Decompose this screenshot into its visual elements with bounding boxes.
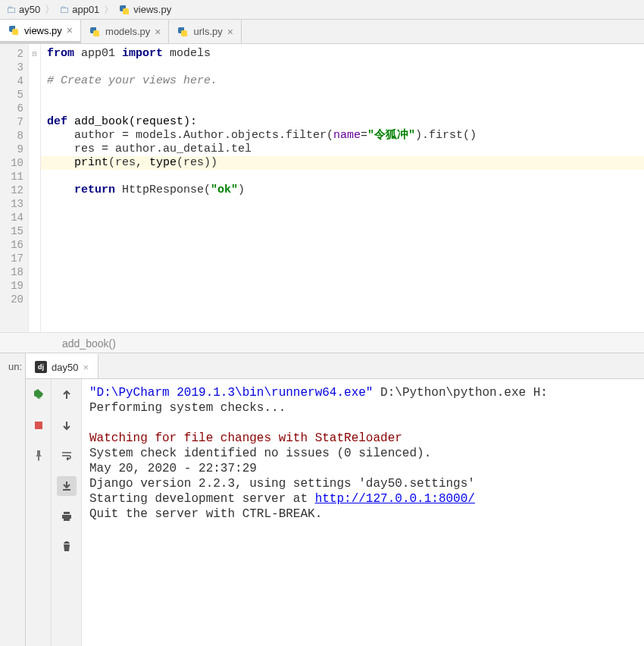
python-icon [118,4,130,16]
down-button[interactable] [57,416,77,435]
chevron-right-icon: 〉 [45,3,55,17]
django-icon: dj [35,361,47,373]
code-line[interactable] [47,279,644,293]
code-line[interactable] [47,88,644,102]
folder-icon: 🗀 [59,4,69,15]
breadcrumb-item[interactable]: views.py [115,4,174,16]
close-icon[interactable]: × [227,26,233,38]
clear-button[interactable] [57,537,77,557]
console-line: Performing system checks... [89,400,636,416]
tab-label: models.py [105,26,150,37]
run-label-text: un: [8,361,22,372]
line-gutter: 234567891011121314151617181920 [0,44,29,332]
code-line[interactable] [47,293,644,306]
code-line[interactable]: def add_book(request): [47,115,644,129]
breadcrumb-bar: 🗀ay50〉🗀app01〉views.py [0,0,644,20]
code-line[interactable] [47,265,644,279]
code-line[interactable]: print(res, type(res)) [41,156,644,170]
code-line[interactable] [47,211,644,224]
code-line[interactable] [47,224,644,238]
python-icon [8,24,20,36]
close-icon[interactable]: × [83,362,89,373]
run-label: un: [0,353,26,646]
code-line[interactable] [47,102,644,115]
tab-label: views.py [24,25,62,36]
scroll-to-end-button[interactable] [57,476,77,496]
run-toolbar-left [26,379,52,646]
run-tabs: dj day50 × [26,353,644,379]
soft-wrap-button[interactable] [57,446,77,466]
code-line[interactable]: author = models.Author.objects.filter(na… [47,129,644,143]
code-line[interactable] [47,252,644,265]
print-button[interactable] [57,506,77,526]
code-line[interactable] [47,170,644,183]
fold-column: ⊟ [29,44,41,332]
folder-icon: 🗀 [6,4,16,15]
breadcrumb-label: app01 [72,4,99,15]
breadcrumb-label: ay50 [19,4,40,15]
console-line: May 20, 2020 - 22:37:29 [89,461,636,476]
stop-button[interactable] [29,416,48,435]
python-icon [89,26,101,38]
console-line: System check identified no issues (0 sil… [89,446,636,461]
breadcrumb-item[interactable]: 🗀app01 [56,4,102,15]
console-line: "D:\PyCharm 2019.1.3\bin\runnerw64.exe" … [89,385,636,400]
run-tab-label: day50 [52,362,78,373]
console-line: Django version 2.2.3, using settings 'da… [89,476,636,491]
svg-rect-0 [35,422,42,429]
code-area[interactable]: from app01 import models # Create your v… [41,44,644,332]
structure-breadcrumb[interactable]: add_book() [0,332,644,353]
tab-label: urls.py [193,26,222,37]
breadcrumb-item[interactable]: 🗀ay50 [3,4,43,15]
fold-marker[interactable]: ⊟ [29,47,40,61]
run-toolbar-right [52,379,82,646]
run-panel: un: dj day50 × [0,353,644,646]
editor-tabs: views.py×models.py×urls.py× [0,20,644,44]
structure-breadcrumb-item[interactable]: add_book() [62,337,116,350]
breadcrumb-label: views.py [133,4,171,15]
code-line[interactable]: from app01 import models [47,47,644,61]
code-line[interactable]: return HttpResponse("ok") [47,183,644,197]
console-output[interactable]: "D:\PyCharm 2019.1.3\bin\runnerw64.exe" … [82,379,644,646]
code-line[interactable]: # Create your views here. [47,74,644,88]
code-line[interactable]: res = author.au_detail.tel [47,143,644,156]
console-line [89,416,636,431]
console-line: Quit the server with CTRL-BREAK. [89,506,636,522]
code-line[interactable] [47,197,644,211]
python-icon [177,26,189,38]
editor-tab[interactable]: urls.py× [169,20,241,43]
close-icon[interactable]: × [155,26,161,38]
editor: 234567891011121314151617181920 ⊟ from ap… [0,44,644,332]
code-line[interactable] [47,238,644,252]
editor-tab[interactable]: views.py× [0,20,81,43]
run-tab-day50[interactable]: dj day50 × [26,353,98,378]
console-line: Watching for file changes with StatReloa… [89,431,636,446]
code-line[interactable] [47,61,644,74]
rerun-button[interactable] [29,385,48,405]
console-line: Starting development server at http://12… [89,491,636,506]
up-button[interactable] [57,385,77,405]
editor-tab[interactable]: models.py× [81,20,169,43]
console-link[interactable]: http://127.0.0.1:8000/ [315,492,475,506]
chevron-right-icon: 〉 [104,3,114,17]
pin-button[interactable] [29,446,48,466]
close-icon[interactable]: × [67,24,73,36]
